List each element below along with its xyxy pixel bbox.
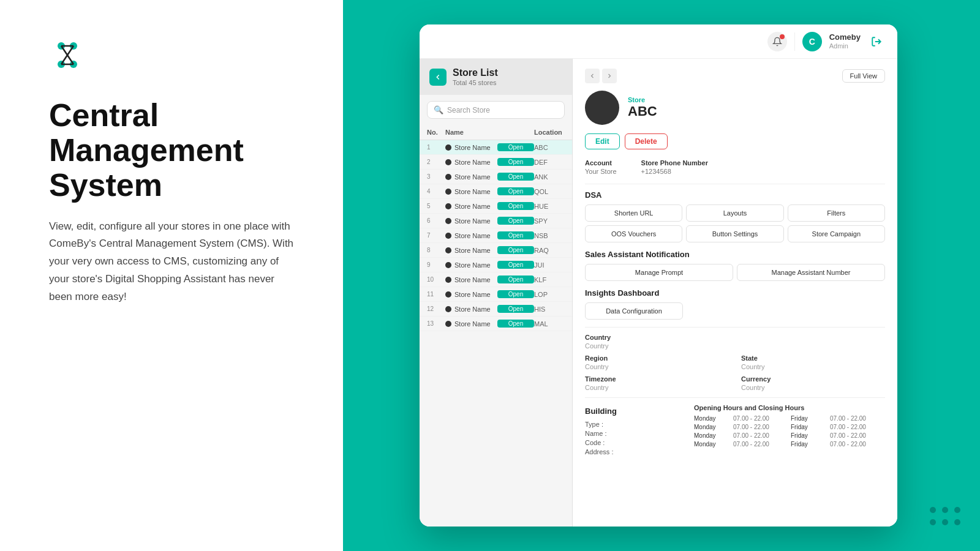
store-row[interactable]: 8 Store Name Open RAQ <box>420 243 572 258</box>
store-row[interactable]: 10 Store Name Open KLF <box>420 272 572 287</box>
building-code-label: Code : <box>585 439 622 446</box>
row-name: Store Name <box>454 320 491 328</box>
prev-arrow[interactable] <box>585 69 600 83</box>
dsa-button[interactable]: Filters <box>788 204 885 222</box>
hours-time2: 07.00 - 22.00 <box>830 424 885 430</box>
dsa-button[interactable]: Layouts <box>686 204 783 222</box>
store-dot <box>445 233 451 239</box>
insights-button[interactable]: Data Configuration <box>585 302 683 320</box>
row-location: SPY <box>534 217 565 225</box>
store-list-title: Store List <box>453 67 498 78</box>
dot-5 <box>942 519 948 525</box>
delete-button[interactable]: Delete <box>625 133 668 149</box>
notification-dot <box>780 34 785 39</box>
hours-day2: Friday <box>791 441 827 448</box>
dsa-button[interactable]: Shorten URL <box>585 204 682 222</box>
store-row[interactable]: 6 Store Name Open SPY <box>420 214 572 228</box>
country-value: Country <box>585 342 729 350</box>
row-status: Open <box>497 143 534 151</box>
sales-section-title: Sales Assistant Notification <box>585 250 885 259</box>
dsa-button[interactable]: Button Settings <box>686 225 783 242</box>
dots-grid <box>930 507 962 527</box>
logout-icon[interactable] <box>868 33 885 50</box>
state-item: State Country <box>741 354 885 370</box>
row-no: 8 <box>427 247 445 253</box>
row-status: Open <box>497 217 534 225</box>
dot-1 <box>930 507 936 513</box>
store-list-body: 1 Store Name Open ABC 2 Store Name Open … <box>420 140 572 527</box>
row-no: 6 <box>427 217 445 224</box>
dot-3 <box>954 507 960 513</box>
hours-time: 07.00 - 22.00 <box>733 415 788 422</box>
row-no: 9 <box>427 261 445 268</box>
row-no: 1 <box>427 144 445 151</box>
store-dot <box>445 277 451 283</box>
info-grid: Country Country Region Country State Cou… <box>585 334 885 391</box>
row-status: Open <box>497 187 534 195</box>
building-name-label: Name : <box>585 430 622 437</box>
row-name: Store Name <box>454 247 491 254</box>
store-row[interactable]: 9 Store Name Open JUI <box>420 258 572 272</box>
hours-day: Monday <box>694 415 731 422</box>
store-row[interactable]: 4 Store Name Open QOL <box>420 184 572 199</box>
edit-button[interactable]: Edit <box>585 133 620 149</box>
dot-4 <box>930 519 936 525</box>
store-list-title-block: Store List Total 45 stores <box>453 67 498 86</box>
row-name: Store Name <box>454 144 491 151</box>
row-status: Open <box>497 173 534 181</box>
row-name: Store Name <box>454 217 491 225</box>
row-no: 10 <box>427 276 445 283</box>
store-row[interactable]: 7 Store Name Open NSB <box>420 228 572 243</box>
next-arrow[interactable] <box>602 69 617 83</box>
row-no: 13 <box>427 320 445 327</box>
hours-time2: 07.00 - 22.00 <box>830 415 885 422</box>
store-row[interactable]: 3 Store Name Open ANK <box>420 170 572 184</box>
hours-time2: 07.00 - 22.00 <box>830 441 885 448</box>
full-view-button[interactable]: Full View <box>842 69 885 83</box>
dsa-grid: Shorten URLLayoutsFiltersOOS VouchersBut… <box>585 204 885 242</box>
store-row[interactable]: 1 Store Name Open ABC <box>420 140 572 155</box>
dsa-button[interactable]: Store Campaign <box>788 225 885 242</box>
row-location: QOL <box>534 188 565 195</box>
col-name: Name <box>445 129 497 136</box>
store-dot <box>445 262 451 268</box>
store-list-panel: Store List Total 45 stores 🔍 Search Stor… <box>420 59 573 527</box>
store-dot <box>445 144 451 151</box>
sales-button[interactable]: Manage Assistant Number <box>737 264 885 281</box>
store-row[interactable]: 2 Store Name Open DEF <box>420 155 572 170</box>
insights-section-title: Insights Dashboard <box>585 288 885 298</box>
phone-label: Store Phone Number <box>641 159 708 167</box>
account-label: Account <box>585 159 617 167</box>
row-name: Store Name <box>454 305 491 313</box>
app-window: C Comeby Admin <box>420 24 897 527</box>
sales-button[interactable]: Manage Prompt <box>585 264 733 281</box>
user-name: Comeby <box>829 32 861 42</box>
dsa-button[interactable]: OOS Vouchers <box>585 225 682 242</box>
store-row[interactable]: 12 Store Name Open HIS <box>420 302 572 317</box>
building-type-row: Type : <box>585 421 688 428</box>
row-no: 3 <box>427 173 445 180</box>
hours-time: 07.00 - 22.00 <box>733 424 788 430</box>
store-table-header: No. Name Location <box>420 125 572 140</box>
row-no: 7 <box>427 232 445 239</box>
store-row[interactable]: 11 Store Name Open LOP <box>420 287 572 302</box>
store-row[interactable]: 13 Store Name Open MAL <box>420 317 572 331</box>
search-input[interactable]: Search Store <box>447 106 490 114</box>
building-address-row: Address : <box>585 448 688 455</box>
notification-icon[interactable] <box>767 32 787 51</box>
hours-title: Opening Hours and Closing Hours <box>694 404 885 411</box>
dot-6 <box>954 519 960 525</box>
user-info: Comeby Admin <box>829 32 861 50</box>
hours-section: Opening Hours and Closing Hours Monday 0… <box>694 404 885 463</box>
back-button[interactable] <box>429 69 447 86</box>
sales-grid: Manage PromptManage Assistant Number <box>585 264 885 281</box>
nav-arrows <box>585 69 617 83</box>
store-actions: Edit Delete <box>585 133 885 149</box>
search-box[interactable]: 🔍 Search Store <box>427 101 565 119</box>
logo-icon <box>49 37 86 73</box>
phone-value: +1234568 <box>641 168 708 175</box>
hours-day: Monday <box>694 432 731 439</box>
currency-item: Currency Country <box>741 375 885 391</box>
building-label: Building <box>585 407 688 416</box>
store-row[interactable]: 5 Store Name Open HUE <box>420 199 572 214</box>
